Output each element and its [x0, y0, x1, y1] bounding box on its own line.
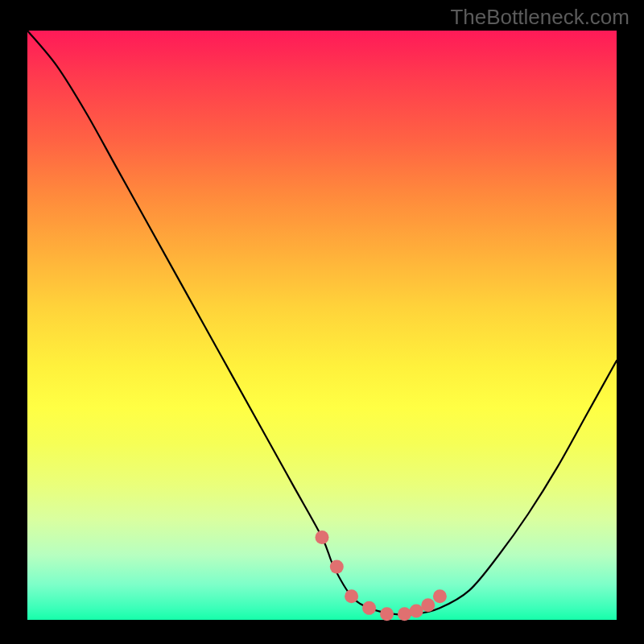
highlight-dot: [421, 598, 435, 612]
highlight-dot: [398, 607, 411, 621]
highlight-dot: [380, 607, 394, 621]
highlight-dot: [345, 589, 358, 603]
curve-svg: [27, 31, 617, 620]
plot-area: [27, 31, 617, 620]
highlight-dot: [433, 589, 447, 603]
highlight-dot: [316, 530, 329, 544]
highlight-markers: [316, 530, 447, 621]
highlight-dot: [410, 605, 423, 618]
highlight-dot: [330, 560, 344, 574]
watermark-text: TheBottleneck.com: [450, 5, 630, 30]
main-curve-path: [27, 31, 617, 615]
chart-container: TheBottleneck.com: [0, 0, 644, 644]
highlight-dot: [362, 601, 376, 615]
